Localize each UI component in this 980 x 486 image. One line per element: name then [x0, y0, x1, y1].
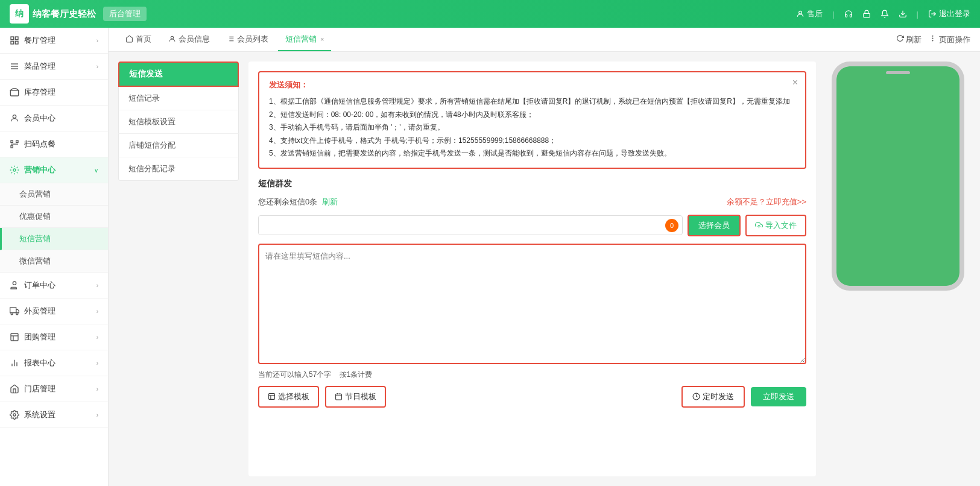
- sms-recharge-link[interactable]: 余额不足？立即充值>>: [727, 197, 806, 207]
- tab-member-info[interactable]: 会员信息: [161, 28, 217, 51]
- sidebar-item-groupbuy[interactable]: 团购管理 ›: [0, 324, 108, 350]
- sidebar-item-member-left: 会员中心: [10, 113, 55, 124]
- tab-bar-left: 首页 会员信息 会员列表 短信营销 ×: [118, 28, 331, 51]
- sub-item-member-marketing[interactable]: 会员营销: [0, 183, 108, 206]
- sub-item-promo[interactable]: 优惠促销: [0, 206, 108, 228]
- bell-icon: [880, 10, 889, 18]
- marketing-icon: [10, 165, 19, 175]
- svg-point-28: [13, 414, 16, 416]
- left-menu-sms-record2[interactable]: 短信分配记录: [118, 157, 239, 181]
- tab-bar-right: 刷新 页面操作: [896, 34, 970, 45]
- tab-bar: 首页 会员信息 会员列表 短信营销 × 刷新: [109, 28, 980, 52]
- sub-item-sms-marketing[interactable]: 短信营销: [0, 228, 108, 250]
- logout-icon: [928, 10, 937, 18]
- sidebar-item-scan[interactable]: 扫码点餐: [0, 131, 108, 157]
- chevron-down-icon: ∨: [94, 167, 98, 174]
- notice-item-5: 5、发送营销短信前，把需要发送的内容，给指定手机号发送一条，测试是否能收到，避免…: [269, 147, 795, 160]
- chevron-right-icon-6: ›: [96, 360, 98, 367]
- svg-rect-11: [10, 90, 18, 96]
- sidebar-item-store-left: 门店管理: [10, 383, 55, 394]
- nav-download[interactable]: [899, 10, 907, 18]
- sms-refresh-link[interactable]: 刷新: [322, 197, 338, 207]
- home-icon: [125, 35, 133, 43]
- left-menu-store-sms[interactable]: 店铺短信分配: [118, 134, 239, 157]
- left-panel: 短信发送 短信记录 短信模板设置 店铺短信分配 短信分配记录: [118, 62, 239, 476]
- sidebar-item-marketing-left: 营销中心: [10, 165, 55, 175]
- clock-icon: [692, 393, 700, 400]
- delivery-icon: [10, 306, 19, 316]
- nav-after-sales[interactable]: 售后: [796, 8, 823, 19]
- page-op-icon: [929, 34, 937, 42]
- sidebar: 餐厅管理 › 菜品管理 › 库存管理 会员中心: [0, 28, 109, 486]
- left-menu-title: 短信发送: [118, 62, 239, 87]
- nav-lock[interactable]: [862, 10, 871, 18]
- svg-rect-13: [11, 140, 13, 142]
- svg-point-18: [13, 282, 16, 285]
- template-button[interactable]: 选择模板: [258, 386, 319, 408]
- chevron-right-icon: ›: [96, 37, 98, 44]
- chevron-right-icon-7: ›: [96, 386, 98, 393]
- sidebar-item-restaurant[interactable]: 餐厅管理 ›: [0, 28, 108, 54]
- notice-item-1: 1、根据工信部《通信短信信息服务管理规定》要求，所有营销短信需在结尾加【拒收请回…: [269, 95, 795, 109]
- svg-rect-15: [11, 146, 13, 148]
- upload-icon: [755, 221, 763, 229]
- sidebar-item-settings[interactable]: 系统设置 ›: [0, 402, 108, 428]
- svg-rect-4: [11, 37, 14, 40]
- svg-point-17: [13, 169, 16, 171]
- top-header: 纳 纳客餐厅史轻松 后台管理 售后 | | 退出登录: [0, 0, 980, 28]
- nav-bell[interactable]: [880, 10, 889, 18]
- chevron-right-icon-2: ›: [96, 63, 98, 70]
- sidebar-item-delivery[interactable]: 外卖管理 ›: [0, 298, 108, 324]
- phone-preview: [826, 62, 970, 476]
- svg-rect-43: [336, 394, 342, 400]
- page-op-button[interactable]: 页面操作: [929, 34, 970, 45]
- sms-content-textarea[interactable]: [258, 244, 806, 364]
- notice-close-button[interactable]: ×: [792, 77, 798, 88]
- svg-point-20: [11, 313, 13, 315]
- right-content: 发送须知： 1、根据工信部《通信短信信息服务管理规定》要求，所有营销短信需在结尾…: [248, 62, 816, 476]
- select-member-button[interactable]: 选择会员: [688, 215, 741, 236]
- sidebar-item-store[interactable]: 门店管理 ›: [0, 376, 108, 402]
- phone-input-wrapper: 0: [258, 215, 683, 235]
- download-icon: [899, 10, 907, 18]
- scheduled-send-button[interactable]: 定时发送: [681, 386, 745, 408]
- divider-2: |: [917, 10, 918, 19]
- phone-input[interactable]: [259, 216, 665, 235]
- sidebar-item-order[interactable]: 订单中心 ›: [0, 273, 108, 298]
- import-file-button[interactable]: 导入文件: [745, 215, 806, 236]
- chevron-right-icon-4: ›: [96, 308, 98, 315]
- svg-rect-14: [16, 140, 18, 142]
- inventory-icon: [10, 87, 19, 97]
- tab-home[interactable]: 首页: [118, 28, 159, 51]
- store-icon: [10, 384, 19, 394]
- sidebar-item-marketing[interactable]: 营销中心 ∨: [0, 157, 108, 183]
- page-content: 短信发送 短信记录 短信模板设置 店铺短信分配 短信分配记录 发送须知： 1、根…: [109, 52, 980, 486]
- nav-headset[interactable]: [844, 10, 853, 18]
- holiday-template-button[interactable]: 节日模板: [325, 386, 386, 408]
- tab-member-list[interactable]: 会员列表: [220, 28, 276, 51]
- sidebar-item-menu[interactable]: 菜品管理 ›: [0, 54, 108, 80]
- tab-sms-marketing[interactable]: 短信营销 ×: [278, 28, 331, 51]
- svg-point-0: [799, 11, 802, 14]
- sub-item-wechat-marketing[interactable]: 微信营销: [0, 250, 108, 273]
- left-menu-sms-template[interactable]: 短信模板设置: [118, 110, 239, 134]
- sidebar-item-groupbuy-left: 团购管理: [10, 332, 55, 342]
- refresh-button[interactable]: 刷新: [896, 34, 922, 45]
- restaurant-icon: [10, 36, 19, 45]
- sidebar-item-report[interactable]: 报表中心 ›: [0, 350, 108, 376]
- headset-icon: [844, 10, 853, 18]
- backend-badge: 后台管理: [103, 7, 147, 21]
- left-menu-sms-record[interactable]: 短信记录: [118, 87, 239, 110]
- sidebar-item-member[interactable]: 会员中心: [0, 106, 108, 131]
- bottom-buttons-row: 选择模板 节日模板 定时发送 立即发送: [258, 386, 806, 408]
- svg-rect-40: [269, 394, 275, 400]
- send-now-button[interactable]: 立即发送: [751, 387, 806, 406]
- marketing-submenu: 会员营销 优惠促销 短信营销 微信营销: [0, 183, 108, 273]
- sidebar-item-inventory[interactable]: 库存管理: [0, 80, 108, 106]
- nav-logout[interactable]: 退出登录: [928, 8, 970, 19]
- tab-close-icon[interactable]: ×: [320, 36, 324, 43]
- refresh-icon: [896, 34, 904, 42]
- lock-icon: [862, 10, 871, 18]
- svg-point-37: [932, 36, 933, 36]
- notice-box: 发送须知： 1、根据工信部《通信短信信息服务管理规定》要求，所有营销短信需在结尾…: [258, 71, 806, 169]
